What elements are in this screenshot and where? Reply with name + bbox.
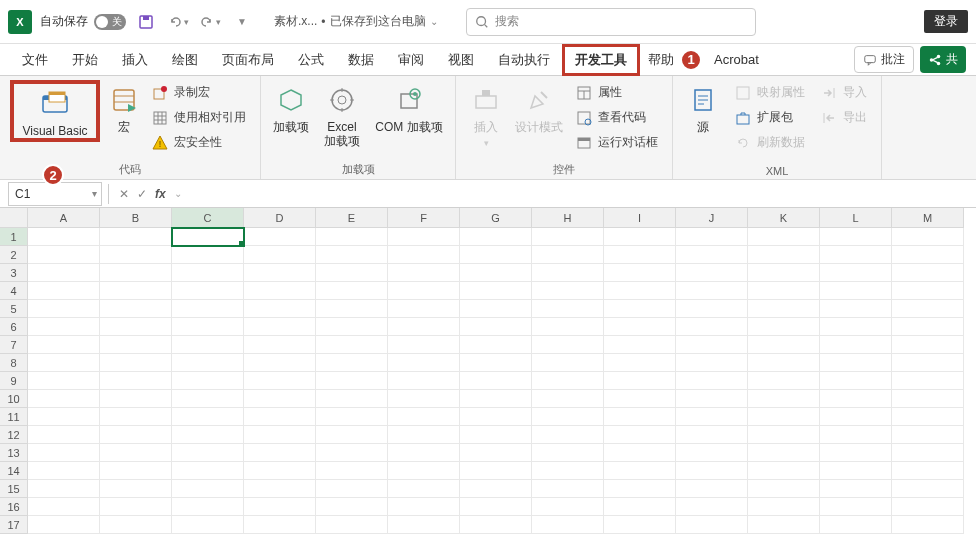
cell[interactable] (820, 264, 892, 282)
cell[interactable] (28, 300, 100, 318)
share-button[interactable]: 共 (920, 46, 966, 73)
cell[interactable] (244, 264, 316, 282)
cell[interactable] (460, 426, 532, 444)
cell[interactable] (532, 318, 604, 336)
cell[interactable] (460, 516, 532, 534)
cell[interactable] (748, 462, 820, 480)
cell[interactable] (244, 282, 316, 300)
cell[interactable] (172, 264, 244, 282)
cell[interactable] (388, 336, 460, 354)
cell[interactable] (820, 246, 892, 264)
cell[interactable] (604, 444, 676, 462)
cell[interactable] (604, 498, 676, 516)
cell[interactable] (532, 246, 604, 264)
cell[interactable] (892, 354, 964, 372)
cell[interactable] (172, 246, 244, 264)
cell[interactable] (604, 408, 676, 426)
column-header[interactable]: D (244, 208, 316, 228)
cell[interactable] (316, 462, 388, 480)
macros-button[interactable]: 宏 (108, 80, 140, 134)
row-header[interactable]: 15 (0, 480, 28, 498)
cell[interactable] (748, 516, 820, 534)
cell[interactable] (532, 390, 604, 408)
cell[interactable] (28, 318, 100, 336)
cell[interactable] (244, 480, 316, 498)
cell[interactable] (676, 354, 748, 372)
fx-icon[interactable]: fx (151, 187, 170, 201)
tab-acrobat[interactable]: Acrobat (702, 46, 771, 73)
cell[interactable] (460, 264, 532, 282)
cell[interactable] (100, 480, 172, 498)
cell[interactable] (172, 372, 244, 390)
cell[interactable] (244, 426, 316, 444)
cell[interactable] (316, 390, 388, 408)
cell[interactable] (100, 336, 172, 354)
comments-button[interactable]: 批注 (854, 46, 914, 73)
cell[interactable] (820, 336, 892, 354)
cell[interactable] (460, 372, 532, 390)
autosave-toggle[interactable]: 自动保存 关 (40, 13, 126, 30)
cell[interactable] (28, 516, 100, 534)
cell[interactable] (100, 444, 172, 462)
cell[interactable] (892, 390, 964, 408)
login-button[interactable]: 登录 (924, 10, 968, 33)
cell[interactable] (244, 444, 316, 462)
cell[interactable] (100, 318, 172, 336)
column-header[interactable]: B (100, 208, 172, 228)
cell[interactable] (676, 246, 748, 264)
cell[interactable] (100, 372, 172, 390)
cancel-formula-icon[interactable]: ✕ (115, 187, 133, 201)
cell[interactable] (244, 372, 316, 390)
tab-formulas[interactable]: 公式 (286, 45, 336, 75)
cell[interactable] (316, 300, 388, 318)
cell[interactable] (820, 498, 892, 516)
row-header[interactable]: 16 (0, 498, 28, 516)
cell[interactable] (532, 444, 604, 462)
select-all-corner[interactable] (0, 208, 28, 228)
column-header[interactable]: M (892, 208, 964, 228)
cell[interactable] (604, 318, 676, 336)
tab-data[interactable]: 数据 (336, 45, 386, 75)
cell[interactable] (820, 480, 892, 498)
cell[interactable] (100, 246, 172, 264)
row-header[interactable]: 12 (0, 426, 28, 444)
cell[interactable] (604, 372, 676, 390)
row-header[interactable]: 13 (0, 444, 28, 462)
cell[interactable] (244, 408, 316, 426)
cell[interactable] (28, 462, 100, 480)
cell[interactable] (244, 390, 316, 408)
cell[interactable] (172, 408, 244, 426)
cell[interactable] (28, 282, 100, 300)
cell[interactable] (244, 354, 316, 372)
cell[interactable] (532, 516, 604, 534)
cell[interactable] (28, 246, 100, 264)
cell[interactable] (604, 354, 676, 372)
cell[interactable] (388, 354, 460, 372)
row-header[interactable]: 5 (0, 300, 28, 318)
tab-developer[interactable]: 开发工具 (562, 44, 640, 76)
cell[interactable] (388, 372, 460, 390)
cell[interactable] (460, 228, 532, 246)
column-header[interactable]: K (748, 208, 820, 228)
cell[interactable] (388, 408, 460, 426)
cell[interactable] (676, 408, 748, 426)
cell[interactable] (172, 354, 244, 372)
cell[interactable] (604, 390, 676, 408)
row-header[interactable]: 2 (0, 246, 28, 264)
formula-expand-icon[interactable]: ⌄ (170, 188, 186, 199)
cell[interactable] (244, 228, 316, 246)
cell[interactable] (676, 336, 748, 354)
cell[interactable] (532, 228, 604, 246)
tab-view[interactable]: 视图 (436, 45, 486, 75)
cell[interactable] (100, 300, 172, 318)
cell[interactable] (172, 228, 244, 246)
expansion-pack-button[interactable]: 扩展包 (731, 107, 809, 128)
com-addins-button[interactable]: COM 加载项 (373, 80, 445, 134)
row-header[interactable]: 11 (0, 408, 28, 426)
cell[interactable] (100, 282, 172, 300)
search-input[interactable]: 搜索 (466, 8, 756, 36)
column-header[interactable]: F (388, 208, 460, 228)
cell[interactable] (892, 246, 964, 264)
cell[interactable] (172, 444, 244, 462)
tab-review[interactable]: 审阅 (386, 45, 436, 75)
